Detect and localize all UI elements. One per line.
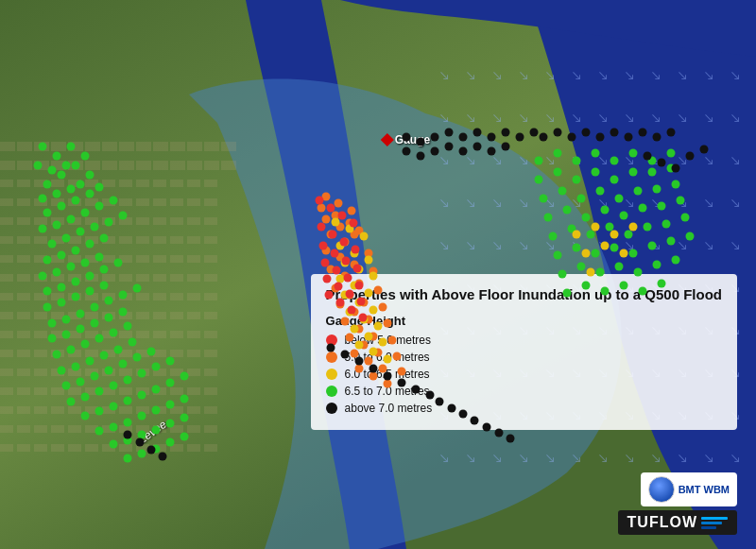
map-dot (365, 289, 373, 298)
map-dot (610, 129, 619, 137)
map-dot (91, 223, 99, 232)
map-dot (338, 212, 347, 220)
map-dot (67, 263, 76, 271)
map-dot (502, 129, 510, 137)
map-dot (502, 143, 510, 151)
map-dot (639, 204, 647, 213)
map-dot (596, 187, 605, 196)
map-dot (426, 391, 435, 400)
map-dot (610, 244, 619, 252)
map-dot (180, 414, 189, 422)
map-dot (119, 308, 128, 317)
map-dot (72, 363, 80, 371)
map-dot (77, 325, 85, 334)
map-dot (672, 256, 680, 265)
map-dot (369, 272, 378, 281)
map-dot (374, 322, 383, 331)
map-dot (620, 249, 628, 258)
map-dot (672, 180, 680, 189)
map-dot (53, 268, 61, 277)
map-dot (554, 149, 562, 158)
map-dot (365, 333, 373, 341)
map-dot (601, 206, 610, 214)
map-dot (100, 282, 109, 290)
map-dot (119, 360, 128, 369)
map-dot (610, 231, 619, 239)
map-dot (634, 187, 643, 196)
map-dot (166, 420, 175, 428)
map-dot (81, 209, 90, 217)
map-dot (653, 133, 662, 142)
map-dot (629, 149, 638, 158)
map-dot (77, 228, 85, 236)
map-dot (81, 393, 90, 402)
map-dot (658, 202, 666, 211)
map-dot (39, 143, 47, 151)
map-dot (58, 202, 66, 211)
map-dot (587, 231, 595, 239)
map-dot (384, 380, 392, 388)
map-dot (540, 195, 548, 203)
map-dot (398, 379, 406, 387)
map-dot (369, 372, 378, 381)
map-dot (95, 335, 104, 343)
map-dot (355, 341, 364, 350)
map-dot (91, 303, 99, 312)
map-dot (129, 338, 137, 347)
map-dot (114, 346, 123, 354)
map-dot (341, 317, 350, 326)
map-dot (365, 256, 373, 265)
map-dot (100, 266, 109, 274)
map-dot (34, 162, 43, 170)
map-dot (335, 199, 343, 208)
tuflow-logo: TUFLOW (618, 510, 737, 535)
map-dot (351, 325, 359, 334)
map-dot (95, 407, 104, 416)
map-dot (379, 303, 387, 312)
map-dot (329, 231, 337, 239)
map-dot (340, 238, 349, 247)
map-dot (384, 319, 392, 328)
map-dot (360, 232, 369, 241)
map-dot (592, 223, 600, 232)
map-dot (610, 157, 619, 165)
map-dot (336, 299, 345, 307)
tuflow-text: TUFLOW (627, 514, 697, 531)
map-dot (110, 403, 118, 411)
map-dot (355, 365, 364, 373)
map-dot (152, 363, 161, 371)
map-dot (516, 133, 524, 142)
map-dot (327, 204, 335, 213)
map-dot (686, 232, 695, 241)
map-dot (67, 143, 76, 151)
legend-item: above 7.0 metres (326, 402, 722, 415)
map-dot (601, 242, 610, 250)
map-dot (341, 351, 350, 359)
map-dot (67, 398, 76, 406)
map-dot (138, 412, 146, 420)
map-dot (58, 283, 66, 292)
map-dot (357, 298, 366, 306)
map-dot (43, 180, 52, 189)
map-dot (133, 284, 142, 293)
map-dot (110, 423, 118, 432)
map-dot (459, 147, 468, 156)
map-dot (95, 253, 104, 262)
map-dot (667, 237, 676, 246)
map-dot (615, 263, 624, 271)
map-dot (639, 129, 647, 137)
map-dot (625, 133, 633, 142)
map-dot (318, 223, 326, 232)
map-dot (448, 404, 456, 413)
map-dot (333, 266, 341, 275)
map-dot (601, 287, 610, 296)
map-dot (86, 240, 94, 249)
map-dot (342, 257, 351, 266)
map-dot (629, 249, 638, 258)
map-dot (473, 143, 482, 151)
map-dot (62, 331, 71, 339)
map-container: Gauge Levee Properties with Above Floor … (0, 0, 756, 549)
map-dot (369, 365, 378, 373)
map-dot (369, 348, 378, 356)
map-dot (58, 367, 66, 375)
